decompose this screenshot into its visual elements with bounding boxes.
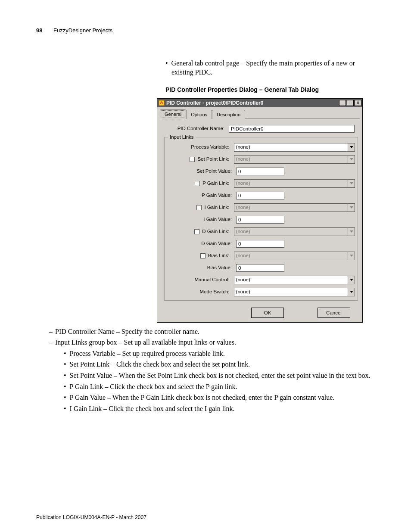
numeric-input[interactable] bbox=[236, 192, 284, 199]
desc-item: PID Controller Name – Specify the contro… bbox=[49, 327, 377, 336]
combo: (none) bbox=[234, 179, 355, 188]
chevron-down-icon bbox=[348, 203, 355, 212]
combo: (none) bbox=[234, 203, 355, 212]
pid-controller-dialog: PID Controller - project0\PIDController0… bbox=[157, 98, 363, 323]
cancel-button[interactable]: Cancel bbox=[318, 308, 350, 318]
combo-value: (none) bbox=[234, 276, 348, 284]
combo-value: (none) bbox=[234, 227, 348, 236]
desc-subitem: Process Variable – Set up required proce… bbox=[64, 349, 377, 358]
page-header: 98 FuzzyDesigner Projects bbox=[36, 27, 377, 34]
desc-subitem: Set Point Link – Click the check box and… bbox=[64, 360, 377, 369]
publication-footer: Publication LOGIX-UM004A-EN-P - March 20… bbox=[36, 514, 146, 521]
row-8: D Gain Value: bbox=[167, 238, 355, 249]
chevron-down-icon[interactable] bbox=[348, 276, 355, 284]
row-12: Mode Switch:(none) bbox=[167, 286, 355, 298]
row-label: I Gain Value: bbox=[203, 216, 232, 223]
row-11: Manual Control:(none) bbox=[167, 274, 355, 286]
row-4: P Gain Value: bbox=[167, 190, 355, 201]
combo-value: (none) bbox=[234, 203, 348, 212]
desc-subitem: P Gain Link – Click the check box and se… bbox=[64, 382, 377, 392]
combo-value: (none) bbox=[234, 179, 348, 188]
ok-button[interactable]: OK bbox=[251, 308, 284, 318]
row-label: Bias Link: bbox=[208, 252, 230, 259]
label-controller-name: PID Controller Name: bbox=[177, 125, 224, 132]
page-number: 98 bbox=[36, 27, 42, 34]
row-label: I Gain Link: bbox=[204, 204, 229, 211]
tab-general[interactable]: General bbox=[160, 109, 186, 119]
chevron-down-icon bbox=[348, 227, 355, 236]
chevron-down-icon bbox=[348, 179, 355, 188]
desc-subitem: I Gain Link – Click the check box and se… bbox=[64, 404, 377, 414]
combo[interactable]: (none) bbox=[234, 143, 355, 152]
row-label: D Gain Value: bbox=[201, 240, 232, 247]
tab-bar: General Options Description bbox=[160, 109, 360, 119]
intro-paragraph: General tab control page – Specify the m… bbox=[165, 59, 377, 77]
numeric-input[interactable] bbox=[236, 216, 284, 224]
row-10: Bias Value: bbox=[167, 262, 355, 274]
combo-value: (none) bbox=[234, 252, 348, 260]
legend-input-links: Input Links bbox=[168, 134, 196, 141]
chevron-down-icon bbox=[348, 155, 355, 164]
dialog-title: PID Controller - project0\PIDController0 bbox=[166, 100, 263, 106]
row-label: P Gain Value: bbox=[202, 192, 232, 199]
numeric-input[interactable] bbox=[236, 168, 284, 175]
row-label: Mode Switch: bbox=[200, 289, 230, 296]
row-0: Process Variable:(none) bbox=[167, 142, 355, 153]
row-controller-name: PID Controller Name: bbox=[160, 123, 360, 134]
fieldset-input-links: Input Links Process Variable:(none)Set P… bbox=[164, 137, 358, 301]
dialog-titlebar[interactable]: PID Controller - project0\PIDController0… bbox=[157, 99, 362, 107]
checkbox[interactable] bbox=[190, 157, 195, 162]
minimize-button[interactable]: _ bbox=[339, 100, 346, 106]
maximize-button[interactable]: □ bbox=[347, 100, 354, 106]
combo-value: (none) bbox=[234, 143, 348, 152]
chevron-down-icon[interactable] bbox=[348, 143, 355, 152]
figure-caption: PID Controller Properties Dialog – Gener… bbox=[165, 86, 377, 94]
chevron-down-icon bbox=[348, 252, 355, 260]
desc-subitem: Set Point Value – When the Set Point Lin… bbox=[64, 371, 377, 380]
close-button[interactable]: × bbox=[355, 100, 361, 106]
checkbox[interactable] bbox=[195, 181, 200, 186]
row-label: Process Variable: bbox=[191, 144, 229, 151]
row-label: Set Point Link: bbox=[197, 156, 229, 163]
tab-description[interactable]: Description bbox=[212, 110, 245, 119]
row-3: P Gain Link:(none) bbox=[167, 178, 355, 189]
numeric-input[interactable] bbox=[236, 264, 284, 272]
row-6: I Gain Value: bbox=[167, 214, 355, 225]
checkbox[interactable] bbox=[200, 253, 206, 258]
row-label: Set Point Value: bbox=[196, 168, 232, 175]
chapter-title: FuzzyDesigner Projects bbox=[53, 27, 112, 34]
row-label: Bias Value: bbox=[207, 264, 232, 271]
row-2: Set Point Value: bbox=[167, 166, 355, 177]
numeric-input[interactable] bbox=[236, 240, 284, 248]
app-icon bbox=[159, 100, 165, 106]
combo[interactable]: (none) bbox=[234, 288, 355, 296]
combo: (none) bbox=[234, 155, 355, 164]
row-5: I Gain Link:(none) bbox=[167, 202, 355, 213]
tab-options[interactable]: Options bbox=[186, 110, 212, 119]
row-9: Bias Link:(none) bbox=[167, 250, 355, 261]
combo-value: (none) bbox=[234, 288, 348, 296]
row-label: D Gain Link: bbox=[202, 228, 229, 235]
row-7: D Gain Link:(none) bbox=[167, 226, 355, 237]
combo[interactable]: (none) bbox=[234, 276, 355, 284]
desc-item: Input Links group box – Set up all avail… bbox=[49, 338, 377, 347]
row-label: P Gain Link: bbox=[202, 180, 229, 187]
combo-value: (none) bbox=[234, 155, 348, 164]
combo: (none) bbox=[234, 252, 355, 260]
chevron-down-icon[interactable] bbox=[348, 288, 355, 296]
desc-subitem: P Gain Value – When the P Gain Link chec… bbox=[64, 393, 377, 402]
row-1: Set Point Link:(none) bbox=[167, 154, 355, 165]
checkbox[interactable] bbox=[196, 205, 202, 210]
combo: (none) bbox=[234, 227, 355, 236]
input-controller-name[interactable] bbox=[229, 125, 355, 133]
row-label: Manual Control: bbox=[194, 277, 229, 283]
checkbox[interactable] bbox=[194, 229, 199, 234]
description-list: PID Controller Name – Specify the contro… bbox=[36, 327, 377, 414]
